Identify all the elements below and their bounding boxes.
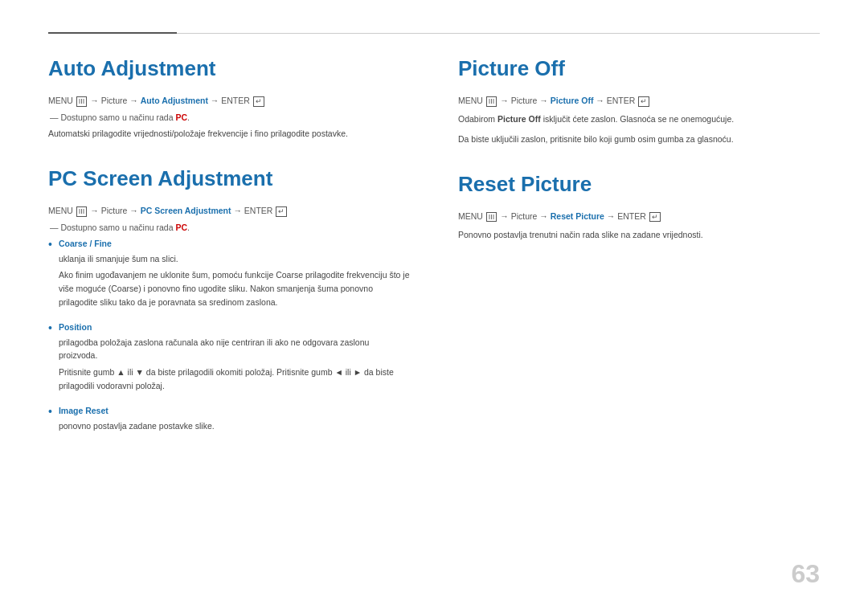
coarse-bold: Coarse (276, 270, 303, 280)
bullet-position: • Position prilagodba položaja zaslona r… (48, 321, 410, 396)
menu-icon-3: III (486, 96, 497, 107)
section-picture-off: Picture Off MENU III → Picture → Picture… (458, 56, 820, 146)
menu-icon-4: III (486, 212, 497, 223)
picture-off-title: Picture Off (458, 56, 820, 81)
bullet-dot-2: • (48, 321, 52, 335)
coarse-bold-2: Coarse (111, 284, 138, 293)
reset-picture-highlight: Reset Picture (551, 211, 604, 221)
top-rule-light (177, 33, 820, 34)
picture-off-bold: Picture Off (497, 114, 541, 124)
auto-adjustment-note: ― Dostupno samo u načinu rada PC. (48, 112, 410, 122)
auto-adjustment-menu-path: MENU III → Picture → Auto Adjustment → E… (48, 94, 410, 108)
bullet-coarse-fine: • Coarse / Fine uklanja ili smanjuje šum… (48, 237, 410, 313)
enter-icon: ↵ (253, 96, 264, 107)
position-sub1: prilagodba položaja zaslona računala ako… (59, 336, 410, 363)
bullet-dot-3: • (48, 405, 52, 419)
picture-off-para2: Da biste uključili zaslon, pritisnite bi… (458, 133, 820, 146)
main-content: Auto Adjustment MENU III → Picture → Aut… (48, 56, 820, 443)
enter-icon-4: ↵ (649, 212, 661, 223)
pc-screen-bullets: • Coarse / Fine uklanja ili smanjuje šum… (48, 237, 410, 436)
reset-picture-para: Ponovno postavlja trenutni način rada sl… (458, 228, 820, 242)
image-reset-sub1: ponovno postavlja zadane postavke slike. (59, 419, 215, 433)
left-column: Auto Adjustment MENU III → Picture → Aut… (48, 56, 410, 443)
bullet-coarse-fine-content: Coarse / Fine uklanja ili smanjuje šum n… (59, 237, 410, 313)
pc-screen-note: ― Dostupno samo u načinu rada PC. (48, 223, 410, 232)
bullet-position-content: Position prilagodba položaja zaslona rač… (59, 321, 410, 396)
page-number: 63 (791, 559, 820, 589)
section-pc-screen: PC Screen Adjustment MENU III → Picture … (48, 166, 410, 436)
menu-icon-2: III (76, 206, 88, 217)
coarse-fine-title: Coarse / Fine (59, 237, 410, 251)
pc-screen-title: PC Screen Adjustment (48, 166, 410, 191)
reset-picture-menu-path: MENU III → Picture → Reset Picture → ENT… (458, 210, 820, 223)
section-auto-adjustment: Auto Adjustment MENU III → Picture → Aut… (48, 56, 410, 141)
picture-off-highlight: Picture Off (551, 96, 594, 105)
top-rules (48, 32, 820, 34)
pc-screen-highlight: PC Screen Adjustment (141, 206, 231, 215)
auto-adjustment-note-bold: PC (175, 112, 187, 122)
bullet-dot-1: • (48, 238, 52, 251)
bullet-image-reset-content: Image Reset ponovno postavlja zadane pos… (59, 404, 215, 436)
right-column: Picture Off MENU III → Picture → Picture… (458, 56, 820, 443)
reset-picture-title: Reset Picture (458, 172, 820, 197)
position-sub2: Pritisnite gumb ▲ ili ▼ da biste prilago… (59, 366, 410, 393)
auto-adjustment-para: Automatski prilagodite vrijednosti/polož… (48, 127, 410, 141)
pc-screen-menu-path: MENU III → Picture → PC Screen Adjustmen… (48, 204, 410, 218)
pc-screen-note-bold: PC (175, 223, 187, 232)
picture-off-para1: Odabirom Picture Off isključit ćete zasl… (458, 112, 820, 126)
image-reset-title: Image Reset (59, 404, 215, 418)
enter-icon-2: ↵ (276, 206, 287, 217)
enter-icon-3: ↵ (638, 96, 649, 107)
top-rule-dark (48, 32, 177, 34)
bullet-image-reset: • Image Reset ponovno postavlja zadane p… (48, 404, 410, 436)
coarse-fine-sub1: uklanja ili smanjuje šum na slici. (59, 252, 410, 266)
section-reset-picture: Reset Picture MENU III → Picture → Reset… (458, 172, 820, 242)
coarse-fine-sub2: Ako finim ugođavanjem ne uklonite šum, p… (59, 268, 410, 309)
picture-off-menu-path: MENU III → Picture → Picture Off → ENTER… (458, 94, 820, 108)
auto-adjustment-highlight: Auto Adjustment (141, 96, 208, 105)
menu-icon: III (76, 96, 88, 107)
page: Auto Adjustment MENU III → Picture → Aut… (0, 0, 868, 613)
position-title: Position (59, 321, 410, 334)
auto-adjustment-title: Auto Adjustment (48, 56, 410, 81)
